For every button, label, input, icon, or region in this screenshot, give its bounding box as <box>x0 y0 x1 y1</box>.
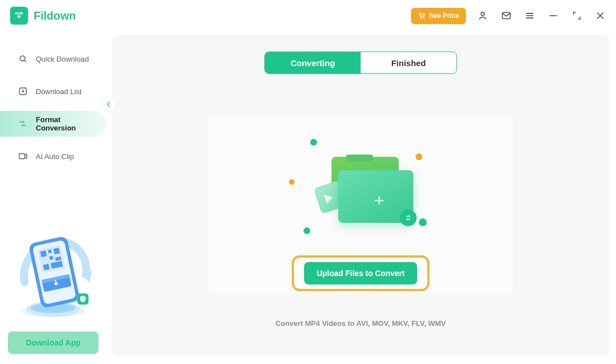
svg-rect-22 <box>49 256 53 260</box>
see-price-label: See Price <box>429 12 459 20</box>
upload-files-button[interactable]: Upload Files to Convert <box>304 262 417 284</box>
download-list-icon <box>18 86 28 96</box>
mail-icon[interactable] <box>501 10 512 21</box>
svg-point-6 <box>481 12 484 16</box>
tab-label: Converting <box>291 58 335 68</box>
minimize-icon[interactable] <box>548 10 559 21</box>
svg-rect-20 <box>43 264 50 270</box>
svg-point-4 <box>420 17 421 18</box>
plus-icon: ＋ <box>371 189 388 212</box>
sidebar: Quick Download Download List Format Conv… <box>0 31 106 364</box>
tab-converting[interactable]: Converting <box>265 52 361 73</box>
supported-formats-text: Convert MP4 Videos to AVI, MOV, MKV, FLV… <box>276 319 446 328</box>
tab-finished[interactable]: Finished <box>361 52 456 73</box>
video-clip-icon <box>18 151 28 161</box>
svg-rect-3 <box>19 13 20 14</box>
upload-button-label: Upload Files to Convert <box>316 269 404 278</box>
logo-text: Fildown <box>34 10 76 22</box>
sidebar-item-ai-auto-clip[interactable]: AI Auto Clip <box>0 143 106 169</box>
title-bar: Fildown See Price <box>0 0 616 31</box>
sidebar-item-label: Format Conversion <box>36 115 96 132</box>
convert-icon <box>18 119 28 129</box>
conversion-tabs: Converting Finished <box>264 52 457 74</box>
cart-icon <box>418 11 426 21</box>
svg-rect-18 <box>40 250 47 257</box>
window-controls <box>477 10 606 21</box>
svg-rect-1 <box>16 13 17 14</box>
upload-drop-area[interactable]: ＋ Upload Files to Convert <box>208 116 513 293</box>
app-logo: Fildown <box>10 7 76 25</box>
account-icon[interactable] <box>477 10 488 21</box>
chevron-left-icon <box>105 100 113 108</box>
see-price-button[interactable]: See Price <box>411 8 466 24</box>
logo-mark-icon <box>10 7 28 25</box>
swap-icon <box>400 209 417 226</box>
sidebar-item-label: AI Auto Clip <box>36 152 74 161</box>
sidebar-item-label: Quick Download <box>36 55 89 63</box>
svg-point-5 <box>423 17 424 18</box>
sidebar-item-format-conversion[interactable]: Format Conversion <box>0 111 106 137</box>
folder-illustration: ＋ <box>288 132 433 239</box>
svg-rect-2 <box>18 13 19 14</box>
qr-promo-card <box>8 228 99 324</box>
collapse-sidebar-button[interactable] <box>102 96 115 112</box>
sidebar-item-label: Download List <box>36 87 82 96</box>
search-icon <box>18 54 28 64</box>
download-app-button[interactable]: Download App <box>8 332 99 354</box>
svg-point-8 <box>20 56 25 61</box>
tab-label: Finished <box>391 58 426 68</box>
download-app-label: Download App <box>26 338 80 347</box>
main-panel: Converting Finished <box>112 35 609 356</box>
sidebar-item-download-list[interactable]: Download List <box>0 78 106 104</box>
upload-highlight-frame: Upload Files to Convert <box>292 255 429 291</box>
svg-rect-10 <box>19 154 25 159</box>
sidebar-item-quick-download[interactable]: Quick Download <box>0 46 106 72</box>
menu-icon[interactable] <box>524 10 535 21</box>
maximize-icon[interactable] <box>571 10 582 21</box>
svg-rect-21 <box>48 249 52 253</box>
svg-rect-19 <box>53 248 60 254</box>
close-icon[interactable] <box>595 10 606 21</box>
